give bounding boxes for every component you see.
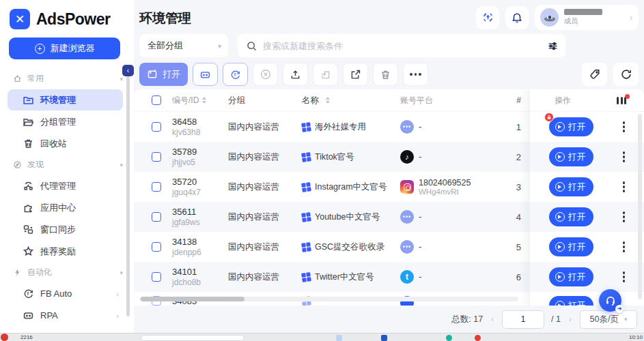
sync-upload-button[interactable] (476, 6, 499, 29)
batch-close-button[interactable] (253, 63, 278, 86)
batch-delete-button[interactable] (373, 63, 398, 86)
sidebar-item-environments[interactable]: 环境管理 (8, 89, 123, 110)
tags-button[interactable] (582, 63, 607, 86)
table-row[interactable]: 34138jdenpp6 国内内容运营 GSC提交谷歌收录 •••- 5 (134, 232, 529, 262)
select-all-checkbox[interactable] (152, 95, 161, 105)
close-circle-icon (260, 68, 272, 80)
table-row[interactable]: 36458kjv63h8 国内内容运营 海外社媒专用 •••- 1 (134, 112, 529, 142)
chevron-down-icon: ▾ (120, 269, 123, 276)
sidebar-item-fb-auto[interactable]: f FB Auto › (8, 283, 123, 304)
column-settings-icon[interactable] (617, 97, 626, 104)
avatar (540, 8, 559, 27)
row-more-menu[interactable] (620, 119, 628, 134)
actions-row: 打开 (530, 262, 644, 292)
sort-icon[interactable] (326, 97, 330, 104)
sort-icon[interactable] (202, 97, 206, 104)
open-environment-button[interactable]: 打开 (549, 147, 593, 166)
column-id[interactable]: 编号/ID (161, 95, 227, 106)
trash-icon (380, 69, 391, 80)
open-environment-button[interactable]: 打开 (549, 177, 593, 196)
open-environment-button[interactable]: 打开 (549, 237, 593, 256)
next-page-button[interactable]: › (568, 314, 573, 324)
sidebar-scrollbar[interactable] (126, 76, 130, 316)
row-checkbox[interactable] (152, 152, 161, 162)
sidebar-item-proxy[interactable]: 代理管理 (8, 175, 123, 196)
table-row[interactable]: 34101jdcho8b 国内内容运营 Twitter中文官号 t- 6 (134, 262, 529, 292)
page-total: / 1 (551, 314, 561, 324)
refresh-button[interactable] (613, 63, 639, 86)
support-fab-button[interactable]: ➔ (599, 289, 621, 312)
group-squares-icon (301, 182, 311, 192)
actions-row: 打开 (530, 232, 644, 262)
chevron-right-icon: › (116, 312, 119, 320)
sidebar-item-window-sync[interactable]: 窗口同步 (8, 219, 123, 240)
sidebar-item-app-center[interactable]: 应用中心 (8, 197, 123, 218)
taskbar-icon[interactable] (446, 335, 452, 341)
batch-export-button[interactable] (343, 63, 368, 86)
notifications-button[interactable] (505, 6, 529, 29)
sidebar-item-recycle-bin[interactable]: 回收站 (8, 133, 123, 154)
table-row[interactable]: 35611jgfa9ws 国内内容运营 Youtube中文官号 •••- 4 (134, 202, 529, 232)
taskbar-app-icon[interactable] (1, 333, 8, 341)
row-checkbox[interactable] (152, 212, 161, 222)
user-profile[interactable]: 成员 › (535, 5, 639, 30)
row-checkbox[interactable] (152, 182, 161, 192)
section-discover[interactable]: 发现▾ (0, 155, 134, 175)
column-platform: 账号平台 (400, 95, 503, 106)
actions-row: 打开 (530, 112, 644, 142)
page-input[interactable] (502, 310, 544, 329)
sidebar-item-groups[interactable]: 分组管理 (8, 111, 123, 132)
headset-icon (604, 295, 617, 307)
column-name[interactable]: 名称 (302, 95, 400, 106)
open-environment-button[interactable]: 打开 (549, 267, 593, 286)
vertical-scrollbar[interactable] (638, 114, 642, 299)
new-browser-button[interactable]: + 新建浏览器 (9, 38, 120, 59)
sidebar-collapse-button[interactable]: ‹ (122, 65, 134, 76)
batch-open-button[interactable]: 打开 (139, 63, 188, 86)
filter-sliders-icon[interactable] (547, 40, 559, 52)
horizontal-scrollbar[interactable] (139, 297, 518, 301)
row-more-menu[interactable] (620, 269, 628, 284)
table-row[interactable]: 35789jhjjvo5 国内内容运营 Tiktok官号 ♪- 2 (134, 142, 529, 172)
batch-fb-auto-button[interactable]: f (223, 63, 248, 86)
section-common[interactable]: 常用▾ (0, 69, 134, 89)
group-filter-select[interactable]: 全部分组 ▾ (139, 34, 228, 57)
taskbar-icon[interactable] (475, 335, 481, 341)
taskbar-icon[interactable] (336, 335, 342, 341)
sidebar-item-referral[interactable]: 推荐奖励 (8, 241, 123, 262)
batch-share-button[interactable] (283, 63, 308, 86)
taskbar-icon[interactable] (381, 335, 387, 341)
row-more-menu[interactable] (620, 239, 628, 254)
taskbar-search[interactable] (141, 335, 244, 341)
batch-rpa-button[interactable] (193, 63, 218, 86)
row-more-menu[interactable] (620, 149, 628, 164)
per-page-select[interactable]: 50条/页 ▾ (580, 310, 637, 329)
section-automation[interactable]: 自动化▾ (0, 263, 134, 282)
horizontal-scrollbar-thumb[interactable] (141, 297, 244, 301)
user-role: 成员 (564, 16, 624, 26)
sidebar-item-rpa[interactable]: RPA › (8, 305, 123, 326)
row-checkbox[interactable] (152, 272, 161, 282)
column-group: 分组 (227, 95, 302, 106)
row-checkbox[interactable] (152, 242, 161, 252)
batch-import-button[interactable] (313, 63, 338, 86)
search-input[interactable] (263, 41, 547, 51)
row-checkbox[interactable] (152, 122, 161, 132)
folder-env-icon (23, 94, 34, 106)
page-title: 环境管理 (139, 10, 191, 27)
open-environment-button[interactable]: 打开 (549, 207, 593, 226)
svg-text:f: f (27, 291, 29, 296)
upload-icon (290, 69, 301, 80)
browser-logo-icon (555, 152, 565, 162)
chevron-down-icon: ▾ (120, 162, 123, 168)
open-environment-button[interactable]: 打开 (549, 296, 593, 306)
table-row[interactable]: 35720jguq4x7 国内内容运营 Instagram中文官号 180240… (134, 172, 529, 202)
open-environment-button[interactable]: 打开 (549, 117, 593, 136)
row-more-menu[interactable] (620, 209, 628, 224)
search-bar (238, 34, 565, 57)
batch-more-button[interactable] (403, 63, 428, 86)
row-more-menu[interactable] (620, 179, 628, 194)
chevron-right-icon: › (116, 290, 119, 298)
search-icon (246, 40, 257, 52)
prev-page-button[interactable]: ‹ (490, 314, 495, 324)
